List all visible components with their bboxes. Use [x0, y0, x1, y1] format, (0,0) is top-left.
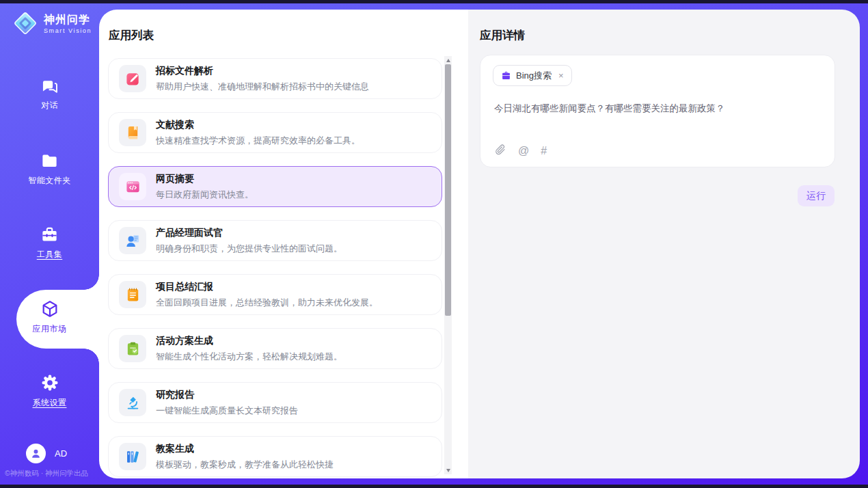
sidebar-item-chat[interactable]: 对话	[0, 77, 99, 111]
sidebar-item-label: 智能文件夹	[28, 175, 71, 187]
brand-gem-icon	[12, 10, 38, 39]
copyright-footer: ©神州数码 · 神州问学出品	[5, 469, 88, 478]
app-card-description: 智能生成个性化活动方案，轻松解决规划难题。	[156, 351, 342, 363]
app-card[interactable]: 项目总结汇报 全面回顾项目进展，总结经验教训，助力未来优化发展。	[108, 274, 442, 315]
app-detail-panel: 应用详情 Bing搜索 × 今日湖北有哪些新闻要点？有哪些需要关注的最新政策？ …	[468, 10, 860, 478]
app-card-title: 研究报告	[156, 389, 298, 401]
web-code-icon	[125, 179, 141, 195]
clipboard-check-icon	[125, 341, 141, 357]
app-detail-title: 应用详情	[480, 28, 525, 43]
app-card-description: 明确身份和职责，为您提供专业性的面试问题。	[156, 243, 342, 255]
notepad-icon	[125, 287, 141, 303]
chat-icon	[40, 77, 59, 95]
app-icon-tile	[119, 389, 146, 416]
app-card-title: 网页摘要	[156, 173, 254, 185]
microscope-icon	[125, 395, 141, 411]
attachment-toolbar: @ #	[494, 144, 547, 158]
user-account[interactable]: AD	[26, 444, 67, 463]
app-card-text: 活动方案生成 智能生成个性化活动方案，轻松解决规划难题。	[156, 335, 342, 363]
app-card-description: 一键智能生成高质量长文本研究报告	[156, 405, 298, 417]
mention-icon[interactable]: @	[518, 146, 529, 157]
app-card-title: 产品经理面试官	[156, 227, 342, 239]
app-icon-tile	[119, 119, 146, 146]
app-card[interactable]: 招标文件解析 帮助用户快速、准确地理解和解析招标书中的关键信息	[108, 58, 442, 99]
app-card-text: 项目总结汇报 全面回顾项目进展，总结经验教训，助力未来优化发展。	[156, 281, 378, 309]
app-card[interactable]: 教案生成 模板驱动，教案秒成，教学准备从此轻松快捷	[108, 436, 442, 477]
app-card-description: 每日政府新闻资讯快查。	[156, 189, 254, 201]
sidebar-item-app-market[interactable]: 应用市场	[0, 299, 99, 335]
app-card-title: 文献搜索	[156, 119, 360, 131]
prompt-input-card[interactable]: Bing搜索 × 今日湖北有哪些新闻要点？有哪些需要关注的最新政策？ @ #	[480, 55, 835, 167]
sidebar-item-label: 应用市场	[33, 323, 67, 335]
hash-icon[interactable]: #	[541, 146, 547, 157]
sidebar-item-label: 工具集	[37, 249, 63, 260]
sidebar-item-label: 对话	[41, 100, 58, 111]
app-card[interactable]: 网页摘要 每日政府新闻资讯快查。	[108, 166, 442, 207]
books-icon	[125, 449, 141, 465]
folder-icon	[40, 152, 59, 170]
main-container: 应用列表 招标文件解析 帮助用户快速、准确地理解和解析招标书中的关键信息 文献搜…	[99, 10, 860, 478]
app-card-title: 招标文件解析	[156, 65, 369, 77]
run-button[interactable]: 运行	[798, 185, 835, 206]
app-card-title: 教案生成	[156, 443, 334, 455]
briefcase-icon	[501, 70, 511, 81]
app-card-description: 快速精准查找学术资源，提高研究效率的必备工具。	[156, 135, 360, 147]
app-card-description: 模板驱动，教案秒成，教学准备从此轻松快捷	[156, 459, 334, 471]
sidebar-item-toolset[interactable]: 工具集	[0, 226, 99, 260]
app-card-text: 文献搜索 快速精准查找学术资源，提高研究效率的必备工具。	[156, 119, 360, 147]
tool-tag-close-icon[interactable]: ×	[558, 70, 564, 81]
app-icon-tile	[119, 335, 146, 362]
app-card[interactable]: 活动方案生成 智能生成个性化活动方案，轻松解决规划难题。	[108, 328, 442, 369]
brand-name: 神州问学	[44, 14, 92, 26]
app-card[interactable]: 研究报告 一键智能生成高质量长文本研究报告	[108, 382, 442, 423]
scrollbar-thumb[interactable]	[445, 64, 451, 316]
screen-edge-bottom	[0, 485, 868, 488]
sidebar-item-settings[interactable]: 系统设置	[0, 373, 99, 409]
app-icon-tile	[119, 65, 146, 92]
gear-icon	[40, 373, 59, 392]
prompt-text[interactable]: 今日湖北有哪些新闻要点？有哪些需要关注的最新政策？	[494, 102, 821, 116]
app-card-description: 帮助用户快速、准确地理解和解析招标书中的关键信息	[156, 81, 369, 93]
app-card-text: 研究报告 一键智能生成高质量长文本研究报告	[156, 389, 298, 417]
app-icon-tile	[119, 227, 146, 254]
app-icon-tile	[119, 173, 146, 200]
person-icon	[30, 448, 42, 459]
tool-tag-label: Bing搜索	[516, 70, 552, 82]
scrollbar-up-arrow-icon[interactable]	[444, 56, 452, 64]
app-card-title: 项目总结汇报	[156, 281, 378, 293]
tool-tag-bing-search[interactable]: Bing搜索 ×	[493, 65, 572, 86]
app-card-text: 教案生成 模板驱动，教案秒成，教学准备从此轻松快捷	[156, 443, 334, 471]
app-icon-tile	[119, 281, 146, 308]
toolbox-icon	[40, 226, 59, 244]
app-logo: 神州问学 Smart Vision	[12, 10, 92, 39]
app-icon-tile	[119, 443, 146, 470]
app-card-text: 网页摘要 每日政府新闻资讯快查。	[156, 173, 254, 201]
user-name: AD	[55, 448, 67, 459]
app-card-text: 招标文件解析 帮助用户快速、准确地理解和解析招标书中的关键信息	[156, 65, 369, 93]
scrollbar-down-arrow-icon[interactable]	[444, 466, 452, 474]
avatar[interactable]	[26, 444, 46, 463]
app-card-description: 全面回顾项目进展，总结经验教训，助力未来优化发展。	[156, 297, 378, 309]
scrollbar[interactable]	[444, 56, 452, 474]
interviewer-icon	[125, 233, 141, 249]
app-list-panel: 应用列表 招标文件解析 帮助用户快速、准确地理解和解析招标书中的关键信息 文献搜…	[99, 10, 468, 478]
app-list-title: 应用列表	[109, 28, 154, 43]
app-card-title: 活动方案生成	[156, 335, 342, 347]
app-card-list: 招标文件解析 帮助用户快速、准确地理解和解析招标书中的关键信息 文献搜索 快速精…	[108, 58, 442, 478]
sidebar-item-smart-folders[interactable]: 智能文件夹	[0, 152, 99, 187]
book-icon	[125, 125, 141, 141]
app-card[interactable]: 产品经理面试官 明确身份和职责，为您提供专业性的面试问题。	[108, 220, 442, 261]
cube-icon	[40, 299, 59, 318]
brand-subtitle: Smart Vision	[44, 28, 92, 34]
app-card-text: 产品经理面试官 明确身份和职责，为您提供专业性的面试问题。	[156, 227, 342, 255]
doc-edit-icon	[125, 71, 141, 87]
paperclip-icon[interactable]	[494, 144, 506, 158]
sidebar-item-label: 系统设置	[33, 397, 67, 409]
app-card[interactable]: 文献搜索 快速精准查找学术资源，提高研究效率的必备工具。	[108, 112, 442, 153]
